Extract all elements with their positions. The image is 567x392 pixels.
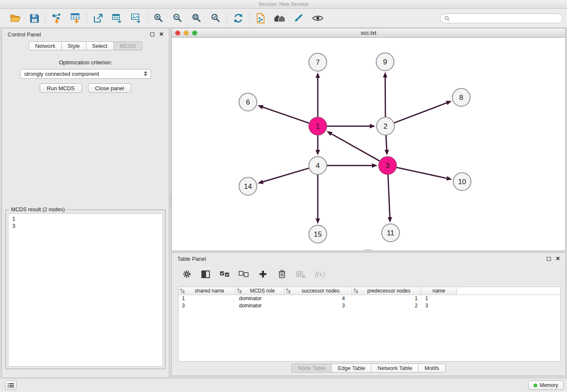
maximize-window-icon[interactable]	[192, 30, 197, 36]
zoom-fit-button[interactable]	[190, 12, 203, 25]
export-image-button[interactable]	[130, 12, 143, 25]
add-column-button[interactable]	[257, 269, 268, 280]
tab-select[interactable]: Select	[86, 41, 114, 50]
column-tree-icon	[237, 288, 242, 293]
graph-node-label-4: 4	[316, 162, 319, 170]
apply-layout-button[interactable]	[232, 12, 245, 25]
run-mcds-button[interactable]: Run MCDS	[40, 83, 82, 93]
cell-mcds-role[interactable]: dominator	[236, 295, 284, 302]
delete-table-button[interactable]	[295, 269, 306, 280]
graph-edge-3-10[interactable]	[395, 167, 448, 179]
task-history-button[interactable]	[5, 381, 17, 390]
zoom-selected-button[interactable]	[209, 12, 222, 25]
table-panel-title: Table Panel	[177, 256, 206, 262]
style-brush-button[interactable]	[292, 12, 305, 25]
horizontal-splitter-grip[interactable]	[364, 249, 372, 251]
memory-button[interactable]: Memory	[528, 381, 564, 390]
import-table-icon	[70, 13, 81, 24]
graph-node-label-15: 15	[314, 230, 322, 238]
optimization-criterion-dropdown[interactable]: strongly connected component	[20, 69, 151, 79]
close-panel-button[interactable]: Close panel	[88, 83, 132, 93]
tab-network-table[interactable]: Network Table	[372, 364, 418, 373]
toggle-visibility-button[interactable]	[311, 12, 324, 25]
table-settings-button[interactable]	[181, 269, 192, 280]
close-panel-icon[interactable]	[556, 256, 560, 261]
float-window-icon[interactable]	[547, 257, 551, 261]
export-table-icon	[112, 13, 123, 24]
import-table-button[interactable]	[69, 12, 82, 25]
zoom-in-button[interactable]	[152, 12, 165, 25]
graph-edge-2-8[interactable]	[393, 102, 447, 123]
unselect-all-columns-button[interactable]	[238, 269, 249, 280]
cell-shared-name[interactable]: 1	[179, 295, 236, 302]
cell-name[interactable]: 1	[421, 295, 457, 302]
mcds-result-item[interactable]: 3	[12, 222, 159, 229]
unchecked-boxes-icon	[239, 271, 249, 277]
cell-predecessor-nodes[interactable]: 1	[352, 295, 421, 302]
select-all-columns-button[interactable]	[219, 269, 230, 280]
column-header-successor-nodes[interactable]: successor nodes	[284, 287, 352, 295]
trash-icon	[278, 270, 286, 279]
graph-edge-1-6[interactable]	[262, 107, 311, 124]
vertical-splitter-grip[interactable]	[169, 194, 171, 207]
close-window-icon[interactable]	[175, 30, 180, 36]
main-toolbar	[0, 9, 567, 28]
tab-node-table[interactable]: Node Table	[292, 364, 332, 373]
tab-motifs[interactable]: Motifs	[418, 364, 446, 373]
zoom-out-icon	[173, 13, 183, 23]
cell-successor-nodes[interactable]: 3	[284, 302, 352, 309]
toolbar-group-export	[87, 12, 147, 25]
network-canvas[interactable]: 7968124314101511	[172, 38, 565, 251]
export-network-button[interactable]	[92, 12, 105, 25]
cell-predecessor-nodes[interactable]: 2	[352, 302, 421, 309]
delete-column-button[interactable]	[276, 269, 287, 280]
tab-mcds[interactable]: MCDS	[114, 41, 142, 50]
search-icon	[444, 16, 450, 21]
export-table-button[interactable]	[111, 12, 124, 25]
graph-edge-3-11[interactable]	[388, 173, 390, 218]
network-window-titlebar[interactable]: scc.txt	[172, 28, 565, 38]
close-panel-icon[interactable]	[160, 32, 163, 37]
minimize-window-icon[interactable]	[184, 30, 189, 36]
status-bar: Memory	[0, 378, 567, 392]
cell-name[interactable]: 3	[421, 302, 457, 309]
mcds-result-item[interactable]: 1	[12, 215, 159, 222]
column-header-name[interactable]: name	[421, 287, 457, 295]
float-window-icon[interactable]	[150, 33, 154, 36]
tab-style[interactable]: Style	[62, 41, 86, 50]
network-report-button[interactable]	[254, 12, 267, 25]
graph-edge-arrowhead	[316, 150, 320, 155]
table-row[interactable]: 3 dominator 3 2 3	[179, 302, 560, 309]
function-builder-button[interactable]: f(x)	[314, 269, 325, 280]
graph-node-label-7: 7	[316, 58, 319, 66]
zoom-out-button[interactable]	[171, 12, 184, 25]
search-input[interactable]	[452, 15, 559, 21]
toolbar-group-session	[4, 12, 45, 25]
table-panel-header: Table Panel	[172, 253, 565, 265]
table-row[interactable]: 1 dominator 4 1 1	[179, 295, 560, 302]
graph-edge-arrowhead	[372, 163, 377, 168]
save-session-button[interactable]	[28, 12, 41, 25]
cell-mcds-role[interactable]: dominator	[236, 302, 284, 309]
column-tree-icon	[180, 288, 185, 293]
toolbar-group-misc	[250, 12, 329, 25]
column-header-predecessor-nodes[interactable]: predecessor nodes	[352, 287, 421, 295]
graph-edge-4-14[interactable]	[262, 168, 311, 182]
graph-edge-3-1[interactable]	[330, 133, 381, 162]
graph-edge-2-9[interactable]	[385, 77, 385, 119]
column-header-shared-name[interactable]: shared name	[179, 287, 236, 295]
tab-network[interactable]: Network	[29, 41, 62, 50]
tab-edge-table[interactable]: Edge Table	[332, 364, 372, 373]
welcome-screen-button[interactable]	[273, 12, 286, 25]
show-columns-button[interactable]	[200, 269, 211, 280]
open-session-button[interactable]	[9, 12, 22, 25]
cell-successor-nodes[interactable]: 4	[284, 295, 352, 302]
import-network-button[interactable]	[50, 12, 63, 25]
network-graph[interactable]: 7968124314101511	[172, 38, 565, 251]
cell-shared-name[interactable]: 3	[179, 302, 236, 309]
search-field[interactable]	[440, 14, 563, 23]
graph-edge-arrowhead	[327, 131, 333, 136]
column-header-mcds-role[interactable]: MCDS role	[236, 287, 284, 295]
graph-node-label-10: 10	[458, 178, 466, 186]
graph-edge-2-3[interactable]	[386, 134, 387, 151]
